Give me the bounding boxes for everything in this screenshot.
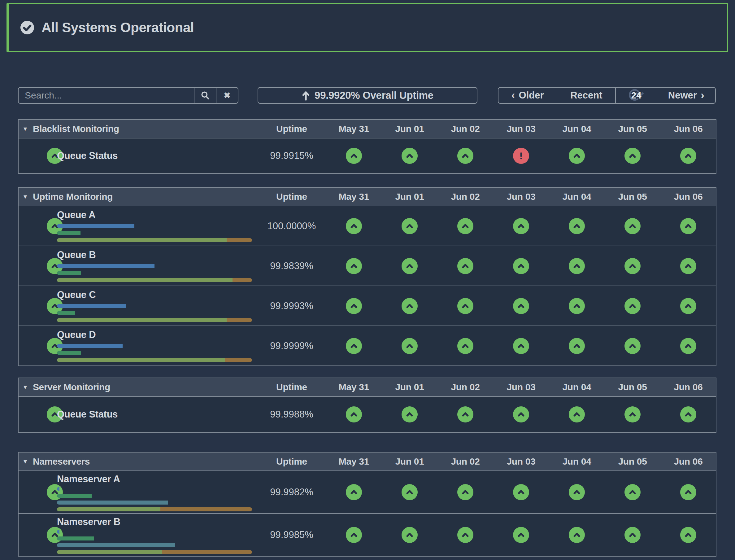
status-up-icon[interactable] <box>401 298 418 314</box>
section-header[interactable]: ▾Blacklist MonitoringUptimeMay 31Jun 01J… <box>19 120 716 138</box>
column-header-uptime: Uptime <box>276 382 307 392</box>
status-up-icon[interactable] <box>457 406 473 422</box>
status-up-icon[interactable] <box>680 338 696 354</box>
usage-bar-segment <box>57 536 94 540</box>
status-up-icon[interactable] <box>457 338 473 354</box>
arrow-up-icon <box>302 90 310 101</box>
status-up-icon[interactable] <box>401 406 418 422</box>
status-up-icon[interactable] <box>513 527 529 543</box>
recent-button[interactable]: Recent <box>557 88 615 103</box>
status-up-icon[interactable] <box>680 148 696 164</box>
status-up-circle <box>569 298 585 314</box>
section-title: Blacklist Monitoring <box>33 124 119 134</box>
status-up-icon[interactable] <box>624 338 641 354</box>
status-up-circle <box>513 406 529 422</box>
status-up-circle <box>513 218 529 234</box>
clear-search-button[interactable]: ✖ <box>216 88 238 103</box>
search-button[interactable] <box>194 88 216 103</box>
status-up-icon[interactable] <box>569 298 585 314</box>
status-up-circle <box>624 338 641 354</box>
status-up-icon[interactable] <box>624 148 641 164</box>
status-up-icon[interactable] <box>513 218 529 234</box>
status-up-icon[interactable] <box>401 148 418 164</box>
usage-bar-segment <box>57 550 162 554</box>
monitor-row: Queue A100.0000% <box>19 206 716 246</box>
status-up-icon[interactable] <box>624 218 641 234</box>
status-up-circle <box>457 527 473 543</box>
status-alert-icon[interactable] <box>513 148 529 164</box>
status-up-icon[interactable] <box>569 338 585 354</box>
section-header[interactable]: ▾Server MonitoringUptimeMay 31Jun 01Jun … <box>19 378 716 397</box>
status-up-circle <box>346 338 362 354</box>
status-up-icon[interactable] <box>401 338 418 354</box>
usage-bar <box>57 304 252 308</box>
status-up-icon[interactable] <box>346 218 362 234</box>
status-up-icon[interactable] <box>513 484 529 500</box>
status-up-icon[interactable] <box>624 298 641 314</box>
status-up-icon[interactable] <box>513 258 529 274</box>
monitor-name: Queue Status <box>57 150 118 161</box>
column-header-uptime: Uptime <box>276 191 307 202</box>
status-up-icon[interactable] <box>513 406 529 422</box>
status-up-icon[interactable] <box>401 484 418 500</box>
status-up-icon[interactable] <box>569 148 585 164</box>
status-up-icon[interactable] <box>457 484 473 500</box>
older-button[interactable]: ‹ Older <box>498 88 557 103</box>
status-up-circle <box>680 338 696 354</box>
usage-bar-segment <box>57 351 81 355</box>
status-up-icon[interactable] <box>569 406 585 422</box>
status-up-icon[interactable] <box>346 298 362 314</box>
status-up-icon[interactable] <box>346 406 362 422</box>
search-input[interactable] <box>19 88 194 103</box>
status-up-icon[interactable] <box>680 298 696 314</box>
status-up-icon[interactable] <box>457 298 473 314</box>
section-table: ▾NameserversUptimeMay 31Jun 01Jun 02Jun … <box>18 452 716 557</box>
refresh-button[interactable]: ⟳ 24 <box>615 88 656 103</box>
usage-bar-segment <box>57 311 75 315</box>
search-icon <box>200 90 210 100</box>
status-up-icon[interactable] <box>457 218 473 234</box>
status-up-icon[interactable] <box>680 484 696 500</box>
status-up-icon[interactable] <box>624 484 641 500</box>
usage-bars <box>57 530 252 554</box>
status-up-icon[interactable] <box>346 527 362 543</box>
status-up-icon[interactable] <box>513 298 529 314</box>
status-up-icon[interactable] <box>680 406 696 422</box>
recent-button-label: Recent <box>570 90 602 101</box>
status-up-circle <box>457 258 473 274</box>
status-up-icon[interactable] <box>457 258 473 274</box>
status-up-icon[interactable] <box>569 484 585 500</box>
status-up-icon[interactable] <box>680 218 696 234</box>
status-up-icon[interactable] <box>624 527 641 543</box>
status-up-circle <box>680 218 696 234</box>
status-up-icon[interactable] <box>624 406 641 422</box>
section-header[interactable]: ▾Uptime MonitoringUptimeMay 31Jun 01Jun … <box>19 188 716 206</box>
status-up-icon[interactable] <box>569 527 585 543</box>
status-up-icon[interactable] <box>346 148 362 164</box>
usage-bar <box>57 238 252 242</box>
status-up-icon[interactable] <box>401 527 418 543</box>
usage-bar <box>57 271 252 275</box>
status-up-icon[interactable] <box>346 258 362 274</box>
status-up-icon[interactable] <box>346 484 362 500</box>
status-up-icon[interactable] <box>569 258 585 274</box>
column-header-date: Jun 02 <box>451 382 479 392</box>
status-up-icon[interactable] <box>457 148 473 164</box>
status-up-icon[interactable] <box>624 258 641 274</box>
status-up-circle <box>513 527 529 543</box>
status-banner: All Systems Operational <box>7 3 728 52</box>
usage-bar-segment <box>57 358 225 362</box>
status-up-icon[interactable] <box>346 338 362 354</box>
usage-bar-segment <box>57 278 233 282</box>
status-up-icon[interactable] <box>569 218 585 234</box>
status-up-icon[interactable] <box>680 258 696 274</box>
status-up-icon[interactable] <box>680 527 696 543</box>
section-header[interactable]: ▾NameserversUptimeMay 31Jun 01Jun 02Jun … <box>19 453 716 471</box>
column-header-date: Jun 01 <box>395 191 424 202</box>
status-up-icon[interactable] <box>513 338 529 354</box>
collapse-caret-icon: ▾ <box>24 193 27 201</box>
status-up-icon[interactable] <box>401 258 418 274</box>
newer-button[interactable]: Newer › <box>657 88 715 103</box>
status-up-icon[interactable] <box>457 527 473 543</box>
status-up-icon[interactable] <box>401 218 418 234</box>
